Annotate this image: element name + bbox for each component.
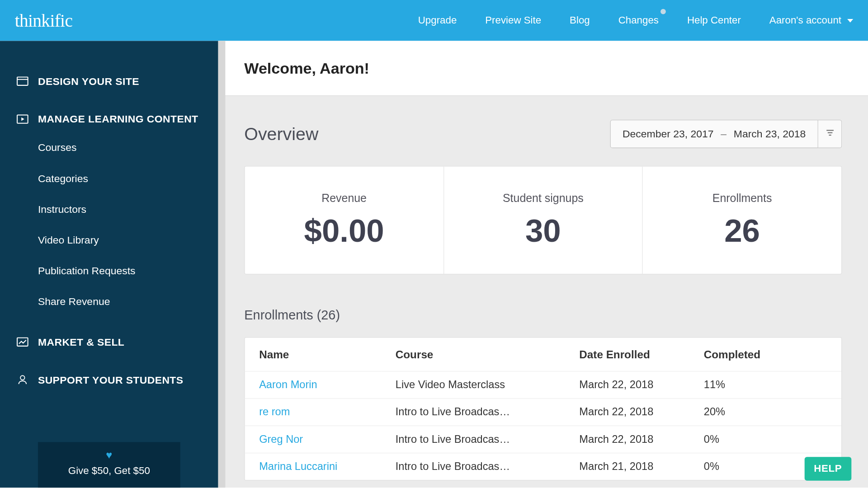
cell-completed: 0% — [689, 426, 841, 453]
nav-help-center[interactable]: Help Center — [687, 14, 741, 26]
referral-box[interactable]: ♥ Give $50, Get $50 — [38, 442, 180, 488]
cell-date: March 21, 2018 — [565, 453, 689, 480]
stat-label: Student signups — [503, 192, 584, 205]
student-link[interactable]: Marina Luccarini — [259, 460, 337, 472]
welcome-bar: Welcome, Aaron! — [218, 41, 868, 96]
sidebar-item-manage[interactable]: MANAGE LEARNING CONTENT — [0, 106, 218, 132]
cell-course: Intro to Live Broadcas… — [381, 399, 565, 426]
stats-row: Revenue $0.00 Student signups 30 Enrollm… — [244, 166, 842, 274]
sidebar-item-categories[interactable]: Categories — [0, 163, 218, 194]
cell-name: Marina Luccarini — [245, 453, 382, 480]
sidebar-item-share-revenue[interactable]: Share Revenue — [0, 286, 218, 317]
cell-date: March 22, 2018 — [565, 371, 689, 399]
col-completed[interactable]: Completed — [689, 338, 841, 371]
date-range-picker[interactable]: December 23, 2017 – March 23, 2018 — [610, 120, 818, 148]
cell-date: March 22, 2018 — [565, 399, 689, 426]
sidebar-item-publication-requests[interactable]: Publication Requests — [0, 255, 218, 286]
referral-text: Give $50, Get $50 — [68, 465, 150, 477]
nav-account-menu[interactable]: Aaron's account — [769, 14, 853, 26]
student-link[interactable]: Greg Nor — [259, 433, 303, 445]
date-separator: – — [721, 128, 726, 141]
table-row: Greg NorIntro to Live Broadcas…March 22,… — [245, 426, 841, 453]
svg-point-5 — [20, 375, 24, 380]
sidebar-item-video-library[interactable]: Video Library — [0, 225, 218, 255]
table-header-row: Name Course Date Enrolled Completed — [245, 338, 841, 371]
date-range-control: December 23, 2017 – March 23, 2018 — [610, 120, 842, 148]
student-link[interactable]: re rom — [259, 406, 290, 418]
student-link[interactable]: Aaron Morin — [259, 379, 317, 390]
cell-name: re rom — [245, 399, 382, 426]
stat-label: Enrollments — [712, 192, 772, 205]
date-to: March 23, 2018 — [734, 128, 806, 141]
stat-value: $0.00 — [304, 212, 384, 249]
cell-course: Intro to Live Broadcas… — [381, 453, 565, 480]
nav-preview-site[interactable]: Preview Site — [485, 14, 541, 26]
overview-heading: Overview — [244, 124, 318, 144]
sidebar-item-design[interactable]: DESIGN YOUR SITE — [0, 68, 218, 94]
brand-text: thinkific — [15, 10, 72, 30]
nav-upgrade[interactable]: Upgrade — [418, 14, 457, 26]
table-row: Marina LuccariniIntro to Live Broadcas…M… — [245, 453, 841, 480]
heart-icon: ♥ — [44, 449, 175, 462]
sidebar-item-instructors[interactable]: Instructors — [0, 194, 218, 225]
table-row: re romIntro to Live Broadcas…March 22, 2… — [245, 399, 841, 426]
filter-button[interactable] — [818, 120, 842, 148]
table-row: Aaron MorinLive Video MasterclassMarch 2… — [245, 371, 841, 399]
col-name[interactable]: Name — [245, 338, 382, 371]
cell-completed: 20% — [689, 399, 841, 426]
chart-icon — [17, 337, 28, 347]
cell-course: Intro to Live Broadcas… — [381, 426, 565, 453]
page-title: Welcome, Aaron! — [244, 59, 369, 77]
svg-marker-3 — [21, 117, 24, 121]
brand-logo[interactable]: thinkific — [15, 10, 72, 31]
play-box-icon — [17, 114, 28, 124]
help-button[interactable]: HELP — [804, 457, 851, 480]
stat-label: Revenue — [321, 192, 367, 205]
top-nav: Upgrade Preview Site Blog Changes Help C… — [418, 14, 853, 26]
stat-signups: Student signups 30 — [444, 167, 643, 274]
sidebar-item-support[interactable]: SUPPORT YOUR STUDENTS — [0, 367, 218, 393]
chevron-down-icon — [847, 19, 853, 22]
stat-revenue: Revenue $0.00 — [245, 167, 444, 274]
cell-date: March 22, 2018 — [565, 426, 689, 453]
sidebar-item-courses[interactable]: Courses — [0, 132, 218, 163]
nav-changes-label: Changes — [618, 14, 659, 26]
layout-icon — [17, 76, 28, 86]
sidebar-item-label: MANAGE LEARNING CONTENT — [38, 113, 198, 126]
sidebar-item-label: MARKET & SELL — [38, 336, 124, 348]
date-from: December 23, 2017 — [623, 128, 714, 141]
sidebar-item-label: DESIGN YOUR SITE — [38, 75, 139, 88]
col-course[interactable]: Course — [381, 338, 565, 371]
stat-enrollments: Enrollments 26 — [643, 167, 841, 274]
cell-completed: 11% — [689, 371, 841, 399]
person-icon — [17, 375, 28, 385]
nav-blog[interactable]: Blog — [570, 14, 590, 26]
nav-changes[interactable]: Changes — [618, 14, 659, 26]
col-date[interactable]: Date Enrolled — [565, 338, 689, 371]
enrollments-heading: Enrollments (26) — [244, 308, 842, 323]
notification-dot-icon — [660, 9, 666, 14]
svg-rect-0 — [17, 77, 28, 85]
cell-name: Greg Nor — [245, 426, 382, 453]
main-panel: Welcome, Aaron! Overview December 23, 20… — [218, 41, 868, 488]
stat-value: 30 — [525, 212, 561, 249]
stat-value: 26 — [724, 212, 760, 249]
top-bar: thinkific Upgrade Preview Site Blog Chan… — [0, 0, 868, 41]
cell-course: Live Video Masterclass — [381, 371, 565, 399]
sidebar-item-market[interactable]: MARKET & SELL — [0, 329, 218, 355]
filter-icon — [825, 128, 835, 140]
cell-name: Aaron Morin — [245, 371, 382, 399]
nav-account-label: Aaron's account — [769, 14, 841, 26]
sidebar-item-label: SUPPORT YOUR STUDENTS — [38, 374, 184, 386]
enrollments-table: Name Course Date Enrolled Completed Aaro… — [244, 337, 842, 480]
sidebar: DESIGN YOUR SITE MANAGE LEARNING CONTENT… — [0, 41, 218, 488]
